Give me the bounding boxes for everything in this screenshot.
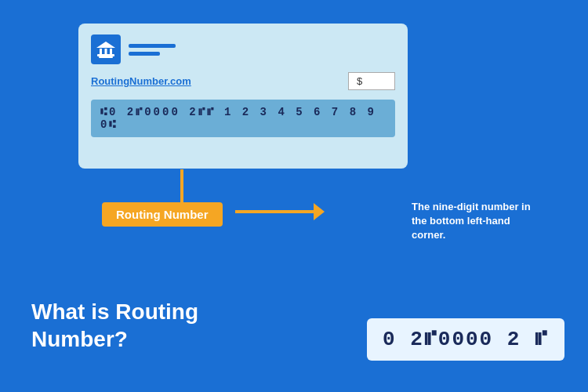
- page-heading: What is Routing Number?: [31, 298, 198, 353]
- micr-strip: ⑆0 2⑈0000 2⑈⑈ 1 2 3 4 5 6 7 8 9 0⑆: [91, 100, 395, 137]
- svg-rect-1: [99, 56, 113, 58]
- routing-number-badge: Routing Number: [102, 202, 223, 227]
- routing-number-display-box: 0 2⑈0000 2 ⑈: [367, 318, 564, 361]
- arrow-right-pointer: [314, 203, 325, 220]
- micr-line-text: ⑆0 2⑈0000 2⑈⑈ 1 2 3 4 5 6 7 8 9 0⑆: [100, 106, 386, 131]
- bank-name-lines: [129, 44, 176, 56]
- description-text: The nine-digit number in the bottom left…: [412, 200, 545, 243]
- check-website-text: RoutingNumber.com: [91, 75, 340, 87]
- bank-icon: [91, 34, 121, 64]
- svg-rect-4: [105, 49, 107, 54]
- check-image: RoutingNumber.com $ ⑆0 2⑈0000 2⑈⑈ 1 2 3 …: [78, 24, 408, 169]
- dollar-amount-box: $: [348, 72, 395, 90]
- svg-rect-0: [97, 54, 114, 56]
- routing-number-value: 0 2⑈0000 2 ⑈: [383, 328, 549, 351]
- svg-rect-5: [110, 49, 112, 54]
- svg-rect-3: [100, 49, 102, 54]
- arrow-horizontal-line: [235, 210, 318, 213]
- svg-marker-2: [96, 42, 115, 48]
